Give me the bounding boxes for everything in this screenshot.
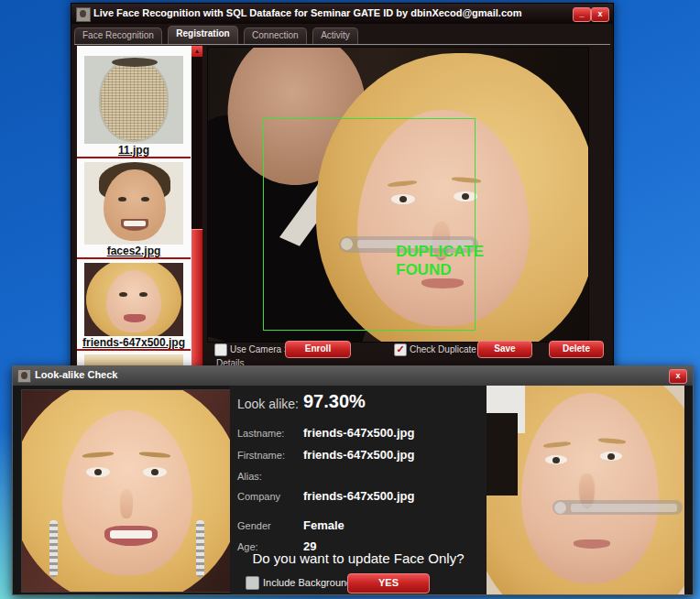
mouth-shape xyxy=(104,526,158,546)
face-art xyxy=(106,270,161,332)
field-label: Firstname: xyxy=(237,450,285,461)
camera-watermark-icon xyxy=(554,502,566,514)
main-window-title: Live Face Recognition with SQL Dataface … xyxy=(93,7,522,18)
field-label: Lastname: xyxy=(237,428,284,439)
list-item[interactable]: faces2.jpg xyxy=(77,162,191,259)
app-icon xyxy=(76,7,91,22)
save-button[interactable]: Save xyxy=(477,341,532,358)
eye-shape xyxy=(86,467,110,477)
main-title-bar[interactable]: Live Face Recognition with SQL Dataface … xyxy=(71,4,613,24)
main-window: Live Face Recognition with SQL Dataface … xyxy=(71,3,614,377)
earring-shape xyxy=(196,520,204,577)
enroll-button[interactable]: Enroll xyxy=(285,341,351,358)
face-art-texture xyxy=(101,61,167,140)
field-row: Lastname: friends-647x500.jpg xyxy=(230,428,487,442)
check-duplicate-checkbox[interactable]: ✓ xyxy=(394,343,407,356)
thumbnail-filename[interactable]: friends-647x500.jpg xyxy=(77,336,191,349)
match-info-panel: Look alike: 97.30% Lastname: friends-647… xyxy=(230,386,487,594)
yes-button[interactable]: YES xyxy=(347,573,430,594)
field-value: Female xyxy=(303,518,345,532)
divider xyxy=(77,257,191,259)
eye-shape xyxy=(118,197,126,201)
hair-shape xyxy=(112,58,158,67)
earring-shape xyxy=(49,520,58,577)
eye-shape xyxy=(139,292,148,297)
field-row: Company friends-647x500.jpg xyxy=(230,491,487,506)
update-prompt: Do you want to update Face Only? xyxy=(230,550,487,566)
field-row: Alias: xyxy=(230,471,487,485)
watermark-text-blur xyxy=(571,504,677,512)
delete-button[interactable]: Delete xyxy=(549,341,604,358)
nose-shape xyxy=(120,489,133,518)
list-item[interactable]: 11.jpg xyxy=(77,56,191,158)
eye-shape xyxy=(141,197,149,201)
divider xyxy=(77,349,191,351)
thumbnail-friends[interactable] xyxy=(84,263,183,336)
background-shape xyxy=(487,413,518,496)
eye-shape xyxy=(545,455,567,464)
field-row: Firstname: friends-647x500.jpg xyxy=(230,450,487,464)
face-gallery: 11.jpg faces2.jpg xyxy=(76,45,203,366)
use-camera-label: Use Camera > xyxy=(230,344,290,354)
eye-shape xyxy=(119,292,127,297)
field-value: friends-647x500.jpg xyxy=(303,448,414,462)
match-label: Look alike: xyxy=(237,397,299,411)
dialog-title: Look-alike Check xyxy=(35,369,117,380)
mouth-shape xyxy=(121,219,148,231)
field-label: Alias: xyxy=(237,471,262,482)
eye-shape xyxy=(600,452,622,461)
dialog-close-button[interactable]: x xyxy=(669,369,687,384)
video-feed: DUPLICATE FOUND xyxy=(207,47,589,343)
gallery-scrollbar[interactable]: ▲ xyxy=(191,46,202,365)
teeth-shape xyxy=(110,530,152,539)
scroll-up-icon[interactable]: ▲ xyxy=(191,46,202,57)
thumbnail-filename[interactable]: 11.jpg xyxy=(77,144,191,157)
field-label: Company xyxy=(237,491,280,502)
mouth-shape xyxy=(574,539,610,549)
field-value: friends-647x500.jpg xyxy=(303,489,414,503)
pupil-shape xyxy=(151,469,159,475)
teeth-shape xyxy=(124,221,146,226)
tab-face-recognition[interactable]: Face Recognition xyxy=(74,27,162,44)
dialog-title-bar[interactable]: Look-alike Check x xyxy=(13,366,693,386)
pupil-shape xyxy=(94,469,102,475)
scrollbar-thumb[interactable] xyxy=(191,229,202,365)
thumbnail-filename[interactable]: faces2.jpg xyxy=(77,245,191,257)
tab-connection[interactable]: Connection xyxy=(244,27,307,44)
field-label: Gender xyxy=(237,520,271,531)
pupil-shape xyxy=(552,457,560,463)
field-value: friends-647x500.jpg xyxy=(303,426,414,440)
watermark-badge xyxy=(552,500,683,515)
use-camera-checkbox[interactable] xyxy=(214,343,227,356)
look-alike-dialog: Look-alike Check x Look alike: 97.30% La… xyxy=(12,365,694,595)
field-row: Gender Female xyxy=(230,520,487,535)
thumbnail-11jpg[interactable] xyxy=(84,56,183,144)
captured-photo xyxy=(487,386,684,594)
include-background-checkbox[interactable] xyxy=(246,576,259,590)
tab-activity[interactable]: Activity xyxy=(312,27,358,44)
mouth-shape xyxy=(124,314,146,322)
tab-strip: Face Recognition Registration Connection… xyxy=(74,26,610,45)
match-score: 97.30% xyxy=(303,391,366,412)
check-duplicate-label: Check Duplicate > xyxy=(410,344,484,354)
eye-shape xyxy=(143,467,167,477)
tab-registration[interactable]: Registration xyxy=(168,26,237,44)
list-item[interactable]: friends-647x500.jpg xyxy=(77,263,191,351)
dialog-icon xyxy=(17,369,31,383)
include-background-label: Include Background xyxy=(263,577,352,588)
minimize-button[interactable]: _ xyxy=(573,7,591,22)
duplicate-found-alert: DUPLICATE FOUND xyxy=(396,243,504,279)
divider xyxy=(77,157,191,158)
gallery-list: 11.jpg faces2.jpg xyxy=(77,56,191,366)
face-detection-box xyxy=(263,118,476,331)
thumbnail-faces2[interactable] xyxy=(84,162,183,245)
database-photo xyxy=(21,389,232,593)
close-button[interactable]: x xyxy=(591,7,609,22)
pupil-shape xyxy=(607,453,615,460)
